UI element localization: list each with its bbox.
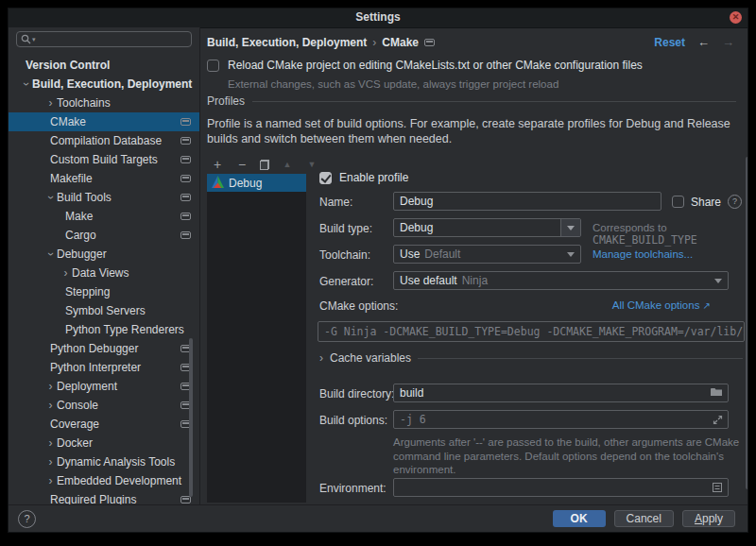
sidebar-item-required-plugins[interactable]: Required Plugins: [9, 490, 199, 505]
sidebar-item-toolchains[interactable]: ›Toolchains: [9, 94, 199, 112]
sidebar-item-dynamic-analysis-tools[interactable]: ›Dynamic Analysis Tools: [9, 452, 199, 471]
env-variables-icon[interactable]: [712, 482, 723, 496]
project-setting-icon: [180, 137, 191, 145]
folder-icon[interactable]: [710, 386, 723, 401]
build-type-label: Build type:: [319, 222, 372, 235]
reload-cmake-checkbox[interactable]: [207, 60, 219, 72]
enable-profile-checkbox[interactable]: [319, 172, 332, 184]
profile-list-item[interactable]: Debug: [207, 174, 306, 192]
sidebar-item-python-debugger[interactable]: Python Debugger: [9, 339, 199, 358]
apply-button[interactable]: Apply: [682, 510, 735, 527]
back-arrow-icon[interactable]: ←: [697, 35, 710, 49]
sidebar-item-docker[interactable]: ›Docker: [9, 434, 199, 452]
chevron-right-icon[interactable]: ›: [44, 401, 57, 410]
breadcrumb: Build, Execution, Deployment › CMake: [207, 35, 435, 50]
sidebar-item-label: Docker: [57, 436, 93, 450]
copy-button[interactable]: [260, 160, 269, 170]
close-icon[interactable]: ✕: [730, 11, 742, 24]
sidebar-item-custom-build-targets[interactable]: Custom Build Targets: [9, 150, 199, 169]
cache-variables-chevron-icon[interactable]: ›: [319, 351, 323, 365]
search-icon: [21, 34, 31, 44]
sidebar-item-symbol-servers[interactable]: Symbol Servers: [9, 301, 199, 320]
title-bar[interactable]: Settings ✕: [9, 9, 747, 28]
sidebar-item-cmake[interactable]: CMake: [9, 112, 199, 131]
sidebar-item-makefile[interactable]: Makefile: [9, 169, 199, 188]
sidebar-item-data-views[interactable]: ›Data Views: [9, 264, 199, 282]
sidebar-item-console[interactable]: ›Console: [9, 396, 199, 415]
section-divider: [252, 101, 736, 102]
build-type-dropdown-arrow-icon[interactable]: [560, 219, 580, 236]
chevron-right-icon[interactable]: ›: [60, 268, 72, 278]
content-scrollbar-thumb[interactable]: [746, 157, 747, 489]
ok-button[interactable]: OK: [553, 510, 606, 527]
breadcrumb-parent[interactable]: Build, Execution, Deployment: [207, 36, 367, 49]
sidebar-item-python-type-renderers[interactable]: Python Type Renderers: [9, 320, 199, 339]
sidebar-item-embedded-development[interactable]: ›Embedded Development: [9, 471, 199, 490]
chevron-right-icon[interactable]: ›: [44, 382, 57, 391]
project-setting-icon: [180, 118, 191, 126]
chevron-right-icon[interactable]: ›: [44, 98, 57, 108]
chevron-right-icon[interactable]: ›: [44, 457, 57, 467]
sidebar-item-coverage[interactable]: Coverage: [9, 415, 199, 434]
expand-icon[interactable]: [713, 415, 723, 428]
chevron-right-icon[interactable]: ›: [44, 476, 57, 486]
sidebar-item-label: Debugger: [57, 247, 107, 261]
share-checkbox[interactable]: [672, 196, 684, 208]
generator-dropdown-arrow-icon: [714, 279, 722, 283]
external-link-icon: ↗: [703, 300, 711, 311]
sidebar-item-version-control[interactable]: Version Control: [9, 56, 199, 75]
project-setting-icon: [180, 231, 191, 239]
sidebar-item-stepping[interactable]: Stepping: [9, 282, 199, 301]
cancel-button[interactable]: Cancel: [614, 510, 674, 527]
name-input[interactable]: Debug: [393, 192, 662, 211]
sidebar-item-label: CMake: [50, 115, 86, 128]
project-setting-icon: [180, 175, 191, 182]
sidebar-item-label: Dynamic Analysis Tools: [57, 455, 175, 469]
chevron-right-icon[interactable]: ›: [44, 438, 57, 448]
generator-label: Generator:: [319, 275, 373, 288]
add-button[interactable]: +: [211, 158, 224, 171]
name-label: Name:: [319, 196, 352, 209]
section-divider: [418, 358, 743, 359]
all-cmake-options-link[interactable]: All CMake options ↗: [612, 299, 711, 311]
reload-hint: External changes, such as VCS update, al…: [228, 78, 558, 90]
sidebar-item-build-tools[interactable]: ›Build Tools: [9, 188, 199, 207]
cache-variables-section[interactable]: › Cache variables: [319, 351, 743, 365]
share-help-icon[interactable]: ?: [728, 195, 742, 209]
move-up-button: ▲: [281, 158, 294, 171]
build-type-select[interactable]: Debug: [393, 218, 581, 237]
chevron-down-icon[interactable]: ›: [22, 78, 31, 91]
remove-button[interactable]: −: [235, 158, 249, 171]
toolchain-label: Toolchain:: [319, 248, 370, 262]
project-setting-icon: [180, 496, 191, 503]
generator-select[interactable]: Use default Ninja: [393, 271, 729, 290]
chevron-down-icon[interactable]: ›: [46, 192, 56, 204]
sidebar-item-build-execution-deployment[interactable]: ›Build, Execution, Deployment: [9, 75, 199, 94]
sidebar-scrollbar-thumb[interactable]: [189, 338, 193, 497]
help-button[interactable]: ?: [18, 510, 36, 528]
sidebar-item-debugger[interactable]: ›Debugger: [9, 245, 199, 264]
settings-sidebar: ▾ Version Control›Build, Execution, Depl…: [9, 27, 200, 505]
search-box[interactable]: ▾: [16, 31, 192, 47]
sidebar-item-label: Build Tools: [57, 191, 112, 204]
sidebar-item-python-interpreter[interactable]: Python Interpreter: [9, 358, 199, 377]
toolchain-select[interactable]: Use Default: [393, 245, 581, 264]
sidebar-item-compilation-database[interactable]: Compilation Database: [9, 131, 199, 150]
search-input[interactable]: [36, 33, 187, 46]
chevron-down-icon[interactable]: ›: [46, 248, 56, 261]
project-setting-icon: [180, 156, 191, 163]
build-options-input[interactable]: -j 6: [393, 410, 729, 429]
cache-variables-label: Cache variables: [330, 351, 411, 365]
cmake-options-input[interactable]: -G Ninja -DCMAKE_BUILD_TYPE=Debug -DCMAK…: [318, 321, 745, 342]
environment-input[interactable]: [393, 478, 729, 497]
sidebar-item-deployment[interactable]: ›Deployment: [9, 377, 199, 396]
reset-link[interactable]: Reset: [654, 36, 685, 49]
environment-label: Environment:: [319, 482, 387, 495]
manage-toolchains-link[interactable]: Manage toolchains...: [593, 248, 693, 260]
build-directory-input[interactable]: build: [393, 384, 729, 402]
project-setting-icon: [424, 39, 435, 46]
project-setting-icon: [180, 213, 191, 220]
sidebar-item-cargo[interactable]: Cargo: [9, 226, 199, 245]
sidebar-item-label: Embedded Development: [57, 474, 181, 487]
sidebar-item-make[interactable]: Make: [9, 207, 199, 226]
